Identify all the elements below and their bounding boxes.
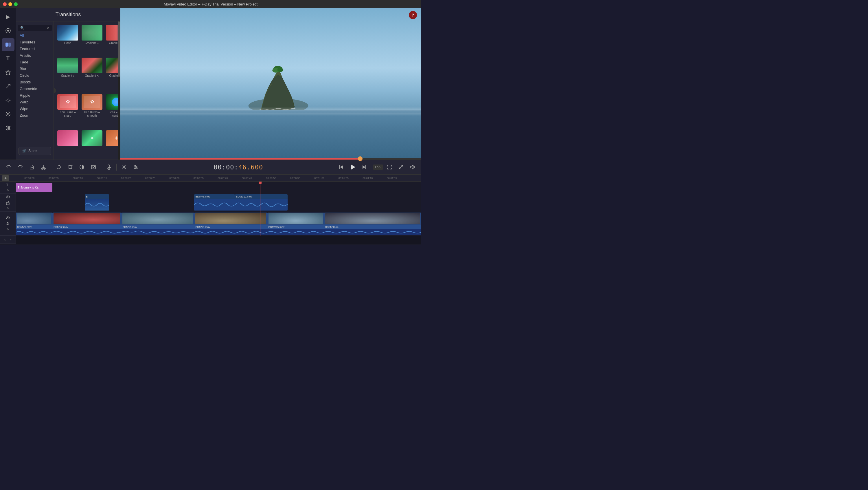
- category-fade[interactable]: Fade: [16, 59, 54, 65]
- toolbar-sep-2: [101, 164, 101, 171]
- svg-marker-36: [340, 165, 343, 169]
- svg-rect-40: [365, 165, 366, 169]
- category-warp[interactable]: Warp: [16, 99, 54, 106]
- effects-icon[interactable]: [2, 24, 14, 37]
- svg-point-6: [7, 113, 9, 115]
- timecode-dynamic: 46.600: [239, 164, 263, 171]
- main-clip-bdmv9[interactable]: BDMV9.mov: [194, 212, 267, 235]
- category-featured[interactable]: Featured: [16, 46, 54, 52]
- settings-icon[interactable]: [2, 108, 14, 120]
- category-zoom[interactable]: Zoom: [16, 112, 54, 119]
- main-track-edit3-icon[interactable]: ✎: [5, 227, 10, 232]
- transitions-icon[interactable]: [2, 38, 14, 51]
- main-clip-bdmv15[interactable]: BDMV15.mov: [267, 212, 324, 235]
- secondary-track-edit2-icon[interactable]: ✎: [5, 206, 10, 211]
- motion-icon[interactable]: [2, 80, 14, 93]
- minimize-button[interactable]: [8, 2, 12, 6]
- mic-button[interactable]: [103, 162, 114, 172]
- transitions-scrollbar[interactable]: [118, 22, 120, 160]
- main-clip-bdmv16[interactable]: BDMV16.m: [324, 212, 421, 235]
- transition-12[interactable]: [56, 129, 79, 157]
- svg-marker-48: [6, 222, 8, 225]
- transitions-title: Transitions: [16, 8, 120, 22]
- search-clear-button[interactable]: ✕: [47, 26, 50, 30]
- secondary-track-lock-icon[interactable]: [5, 200, 10, 205]
- svg-rect-28: [108, 165, 110, 168]
- text-icon[interactable]: T: [2, 52, 14, 65]
- fullscreen-button[interactable]: [384, 162, 395, 172]
- cut-button[interactable]: [38, 162, 49, 172]
- rotate-button[interactable]: [54, 162, 64, 172]
- volume-button[interactable]: [407, 162, 418, 172]
- next-frame-button[interactable]: [359, 162, 370, 172]
- ruler-mark-4: 00:00:20: [114, 177, 138, 179]
- expand-button[interactable]: [396, 162, 406, 172]
- search-bar[interactable]: 🔍 ✕: [18, 25, 52, 31]
- ruler-marks: 00:00:00 00:00:05 00:00:10 00:00:15 00:0…: [18, 177, 404, 179]
- main-clip-bdmv5[interactable]: BDMV5.mov: [121, 212, 194, 235]
- svg-marker-38: [351, 165, 355, 170]
- category-ripple[interactable]: Ripple: [16, 92, 54, 99]
- category-blur[interactable]: Blur: [16, 65, 54, 72]
- play-button[interactable]: [347, 162, 358, 172]
- category-all[interactable]: All: [16, 32, 54, 39]
- audio-icon[interactable]: [2, 94, 14, 107]
- adjust-levels-button[interactable]: [130, 162, 141, 172]
- svg-point-10: [6, 126, 8, 127]
- category-blocks[interactable]: Blocks: [16, 79, 54, 85]
- main-track-vol-icon[interactable]: [5, 221, 10, 226]
- image-button[interactable]: [88, 162, 99, 172]
- category-favorites[interactable]: Favorites: [16, 39, 54, 46]
- traffic-lights[interactable]: [3, 2, 18, 6]
- transitions-panel: Transitions 🔍 ✕ All Favorites Featured A…: [16, 8, 120, 160]
- crop-button[interactable]: [65, 162, 75, 172]
- transition-flash[interactable]: Flash: [56, 24, 79, 55]
- maximize-button[interactable]: [14, 2, 18, 6]
- media-icon[interactable]: ▶: [2, 10, 14, 23]
- transition-13[interactable]: ✦: [81, 129, 103, 157]
- transition-kb-sharp-label: Ken Burns – sharp: [57, 111, 78, 118]
- category-geometric[interactable]: Geometric: [16, 85, 54, 92]
- ruler-mark-6: 00:00:30: [162, 177, 187, 179]
- text-clip[interactable]: T Journey to Ka: [16, 183, 52, 192]
- text-clip-icon: T: [18, 186, 20, 189]
- store-button[interactable]: 🛒 Store: [19, 147, 51, 155]
- category-artistic[interactable]: Artistic: [16, 52, 54, 59]
- playhead: [260, 181, 260, 194]
- main-clip-bdmv2[interactable]: BDMV2.mov: [52, 212, 121, 235]
- transition-kb-sharp[interactable]: ✿ Ken Burns – sharp: [56, 93, 79, 128]
- close-button[interactable]: [3, 2, 7, 6]
- redo-button[interactable]: [15, 162, 26, 172]
- category-circle[interactable]: Circle: [16, 72, 54, 79]
- preview-area: ?: [120, 8, 421, 160]
- help-button[interactable]: ?: [409, 11, 417, 19]
- transition-gradient-left[interactable]: Gradient ←: [81, 24, 103, 55]
- secondary-clip-bdmv12[interactable]: BDMV12.mov: [235, 194, 288, 210]
- text-track-edit-icon[interactable]: ✎: [5, 188, 10, 193]
- transition-gradient-down[interactable]: Gradient ↓: [56, 56, 79, 91]
- category-wipe[interactable]: Wipe: [16, 106, 54, 112]
- main-clip-bdmv1[interactable]: BDMV1.mov: [16, 212, 52, 235]
- transition-gradient-diag1[interactable]: Gradient ↖: [81, 56, 103, 91]
- add-track-button[interactable]: +: [2, 175, 9, 181]
- prev-frame-button[interactable]: [336, 162, 346, 172]
- progress-bar[interactable]: [120, 158, 421, 160]
- progress-handle[interactable]: [358, 156, 363, 161]
- gear-button[interactable]: [119, 162, 129, 172]
- adjust-icon[interactable]: [2, 122, 14, 134]
- ruler-mark-13: 00:01:05: [332, 177, 356, 179]
- color-button[interactable]: [77, 162, 87, 172]
- secondary-clip-bl[interactable]: Bl: [85, 194, 109, 210]
- secondary-track-eye-icon[interactable]: [5, 194, 10, 200]
- filters-icon[interactable]: [2, 66, 14, 79]
- delete-button[interactable]: [27, 162, 37, 172]
- undo-button[interactable]: [3, 162, 14, 172]
- secondary-clip-bdmv6[interactable]: BDMV6.mov: [194, 194, 235, 210]
- transition-13-thumb: ✦: [82, 130, 102, 146]
- audio-mute-icon[interactable]: ◁: [2, 237, 7, 242]
- transitions-scrollbar-thumb[interactable]: [118, 22, 120, 77]
- audio-level-icon[interactable]: ≡: [8, 237, 13, 242]
- main-track-eye-icon[interactable]: [5, 215, 10, 221]
- transition-gradient-diag1-label: Gradient ↖: [85, 74, 99, 78]
- transition-kb-smooth[interactable]: ✿ Ken Burns – smooth: [81, 93, 103, 128]
